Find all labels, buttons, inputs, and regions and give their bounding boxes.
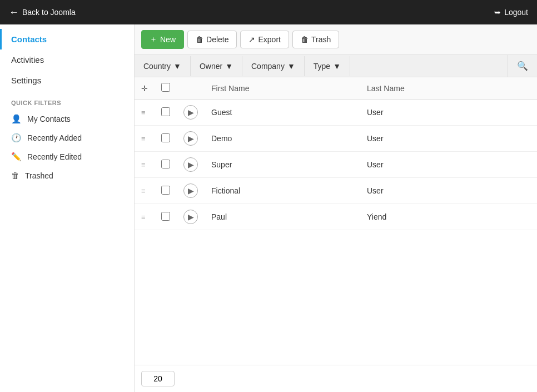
drag-handle-cell: ≡ <box>135 126 155 152</box>
table-row: ≡ ▶ Paul Yiend <box>135 204 537 230</box>
firstname-cell: Paul <box>205 204 360 230</box>
sidebar-filter-recently-edited[interactable]: ✏️ Recently Edited <box>0 147 134 166</box>
trash-icon: 🗑 <box>11 171 19 180</box>
checkbox-cell <box>155 126 177 152</box>
row-action-button[interactable]: ▶ <box>183 105 198 120</box>
row-checkbox[interactable] <box>161 212 170 221</box>
lastname-cell: User <box>360 178 537 204</box>
lastname-cell: Yiend <box>360 204 537 230</box>
owner-filter-button[interactable]: Owner ▼ <box>191 56 242 76</box>
drag-handle-icon: ≡ <box>141 108 146 117</box>
quick-filters-heading: QUICK FILTERS <box>0 91 134 110</box>
back-to-joomla-button[interactable]: ← Back to Joomla <box>9 7 76 18</box>
lastname-cell: User <box>360 126 537 152</box>
action-col-header <box>177 77 205 100</box>
row-action-button[interactable]: ▶ <box>183 183 198 198</box>
sidebar-item-contacts[interactable]: Contacts <box>0 29 134 49</box>
drag-handle-icon: ≡ <box>141 187 146 195</box>
row-checkbox[interactable] <box>161 107 170 116</box>
contacts-table-container: ✛ First Name Last Name <box>135 77 537 365</box>
export-label: Export <box>258 35 280 44</box>
lastname-col-header: Last Name <box>360 77 537 100</box>
toolbar: ＋ New 🗑 Delete ↗ Export 🗑 Trash <box>135 24 537 55</box>
company-filter-button[interactable]: Company ▼ <box>242 56 305 76</box>
sidebar-filter-my-contacts[interactable]: 👤 My Contacts <box>0 110 134 128</box>
page-size-input[interactable] <box>141 371 175 386</box>
firstname-col-label: First Name <box>211 84 249 93</box>
owner-chevron-icon: ▼ <box>225 62 233 71</box>
checkbox-cell <box>155 100 177 126</box>
owner-filter-label: Owner <box>200 62 222 71</box>
company-filter-label: Company <box>251 62 285 71</box>
export-icon: ↗ <box>248 35 255 44</box>
trash-toolbar-icon: 🗑 <box>301 35 309 44</box>
lastname-col-label: Last Name <box>367 84 405 93</box>
table-row: ≡ ▶ Fictional User <box>135 178 537 204</box>
trash-label: Trash <box>311 35 331 44</box>
plus-icon: ＋ <box>150 34 157 44</box>
checkbox-cell <box>155 204 177 230</box>
drag-header-icon: ✛ <box>141 84 148 93</box>
sidebar-activities-label: Activities <box>11 55 44 64</box>
action-cell: ▶ <box>177 152 205 178</box>
sidebar-item-settings[interactable]: Settings <box>0 70 134 91</box>
drag-handle-icon: ≡ <box>141 135 146 143</box>
new-button[interactable]: ＋ New <box>141 30 184 49</box>
row-checkbox[interactable] <box>161 186 170 195</box>
action-cell: ▶ <box>177 100 205 126</box>
logout-arrow-icon: ➥ <box>494 8 501 17</box>
country-filter-button[interactable]: Country ▼ <box>135 56 191 76</box>
drag-handle-icon: ≡ <box>141 213 146 221</box>
type-filter-label: Type <box>314 62 330 71</box>
checkbox-cell <box>155 152 177 178</box>
clock-icon: 🕐 <box>11 133 22 143</box>
firstname-col-header: First Name <box>205 77 360 100</box>
delete-button[interactable]: 🗑 Delete <box>187 31 237 48</box>
company-chevron-icon: ▼ <box>287 62 295 71</box>
checkbox-cell <box>155 178 177 204</box>
search-button[interactable]: 🔍 <box>508 55 537 77</box>
sidebar-filter-trashed[interactable]: 🗑 Trashed <box>0 166 134 185</box>
drag-handle-cell: ≡ <box>135 100 155 126</box>
lastname-cell: User <box>360 100 537 126</box>
recently-added-label: Recently Added <box>27 133 82 142</box>
sidebar-contacts-label: Contacts <box>11 34 47 44</box>
row-checkbox[interactable] <box>161 133 170 142</box>
delete-icon: 🗑 <box>196 35 203 44</box>
filter-bar: Country ▼ Owner ▼ Company ▼ Type ▼ 🔍 <box>135 55 537 77</box>
row-checkbox[interactable] <box>161 160 170 168</box>
firstname-cell: Fictional <box>205 178 360 204</box>
country-filter-label: Country <box>143 62 171 71</box>
logout-label: Logout <box>504 8 528 17</box>
drag-col-header: ✛ <box>135 77 155 100</box>
lastname-cell: User <box>360 152 537 178</box>
export-button[interactable]: ↗ Export <box>240 31 289 48</box>
country-chevron-icon: ▼ <box>173 62 181 71</box>
table-row: ≡ ▶ Super User <box>135 152 537 178</box>
select-all-checkbox[interactable] <box>161 83 170 92</box>
action-cell: ▶ <box>177 178 205 204</box>
content-area: ＋ New 🗑 Delete ↗ Export 🗑 Trash Country … <box>135 24 537 392</box>
contacts-table: ✛ First Name Last Name <box>135 77 537 230</box>
trash-button[interactable]: 🗑 Trash <box>292 31 339 48</box>
my-contacts-label: My Contacts <box>27 115 71 123</box>
table-row: ≡ ▶ Demo User <box>135 126 537 152</box>
table-footer <box>135 365 537 392</box>
logout-button[interactable]: ➥ Logout <box>494 8 528 17</box>
search-icon: 🔍 <box>517 61 528 71</box>
checkbox-col-header <box>155 77 177 100</box>
person-icon: 👤 <box>11 114 22 124</box>
pencil-icon: ✏️ <box>11 152 22 162</box>
sidebar-filter-recently-added[interactable]: 🕐 Recently Added <box>0 128 134 147</box>
row-action-button[interactable]: ▶ <box>183 131 198 146</box>
action-cell: ▶ <box>177 126 205 152</box>
drag-handle-cell: ≡ <box>135 178 155 204</box>
action-cell: ▶ <box>177 204 205 230</box>
row-action-button[interactable]: ▶ <box>183 210 198 224</box>
firstname-cell: Super <box>205 152 360 178</box>
type-chevron-icon: ▼ <box>333 62 341 71</box>
row-action-button[interactable]: ▶ <box>183 157 198 172</box>
type-filter-button[interactable]: Type ▼ <box>305 56 350 76</box>
new-label: New <box>160 35 176 44</box>
sidebar-item-activities[interactable]: Activities <box>0 49 134 70</box>
